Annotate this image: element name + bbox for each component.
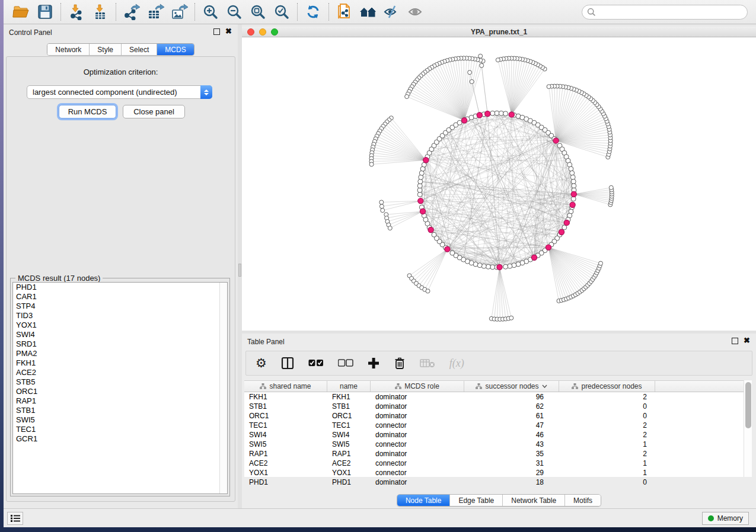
network-column-icon [572,383,578,389]
table-row[interactable]: RAP1RAP1dominator352 [244,449,752,459]
open-session-button[interactable] [9,2,33,22]
float-table-panel-icon[interactable] [732,338,738,344]
network-column-icon [476,383,482,389]
table-scrollbar[interactable] [744,380,752,477]
zoom-out-icon [226,4,243,20]
table-cell: connector [371,459,464,467]
network-canvas[interactable] [242,37,756,331]
tab-style[interactable]: Style [90,44,122,55]
share-network-document-button[interactable] [333,2,356,22]
main-toolbar [4,0,756,24]
search-icon [587,8,596,17]
memory-button[interactable]: Memory [702,512,749,525]
column-header-shared-name[interactable]: shared name [244,381,327,392]
close-panel-button[interactable]: Close panel [123,105,185,118]
column-header-predecessor-nodes[interactable]: predecessor nodes [559,381,655,392]
table-cell: RAP1 [244,450,327,458]
table-row[interactable]: YOX1YOX1connector291 [244,468,752,477]
export-table-button[interactable] [143,2,167,22]
splitter-grip[interactable] [238,264,241,277]
table-cell: 18 [464,478,559,486]
deselect-all-icon[interactable] [338,354,353,372]
table-row[interactable]: FKH1FKH1dominator962 [244,392,752,402]
task-history-button[interactable] [7,512,23,525]
table-row[interactable]: PHD1PHD1dominator180 [244,477,752,487]
close-table-panel-icon[interactable]: ✖ [744,336,750,344]
zoom-fit-button[interactable] [246,2,270,22]
zoom-in-icon [202,4,219,20]
table-scrollbar-thumb[interactable] [745,382,751,428]
column-view-icon[interactable] [281,354,294,372]
delete-column-trash-icon[interactable] [394,354,406,372]
tab-mcds[interactable]: MCDS [157,44,193,55]
network-graph[interactable] [242,37,756,331]
toolbar-search[interactable] [582,5,748,20]
add-column-icon[interactable] [368,354,379,372]
table-cell: 31 [464,459,559,467]
import-table-button[interactable] [88,2,112,22]
desktop-wallpaper: Control Panel ✖ NetworkStyleSelectMCDS O… [0,0,756,532]
table-row[interactable]: SWI4SWI4dominator462 [244,430,752,440]
table-row[interactable]: STB1STB1dominator620 [244,402,752,411]
zoom-in-button[interactable] [199,2,222,22]
table-row[interactable]: SWI5SWI5connector431 [244,440,752,449]
table-settings-gear-icon[interactable]: ⚙ [256,354,267,372]
mcds-result-item[interactable]: SRD1 [13,339,227,349]
table-panel-header: Table Panel ✖ [242,334,756,349]
show-panels-button[interactable] [404,2,428,22]
zoom-selected-button[interactable] [270,2,294,22]
close-panel-icon[interactable]: ✖ [225,27,232,35]
mcds-result-item[interactable]: ORC1 [13,387,227,396]
optimization-criterion-dropdown[interactable]: largest connected component (undirected) [27,85,212,99]
float-panel-icon[interactable] [213,28,220,35]
tab-edge-table[interactable]: Edge Table [450,495,503,506]
tab-network-table[interactable]: Network Table [503,495,565,506]
column-header-successor-nodes[interactable]: successor nodes [464,381,559,392]
column-header-name[interactable]: name [327,381,371,392]
table-row[interactable]: TEC1TEC1connector472 [244,421,752,430]
mcds-result-item[interactable]: RAP1 [13,396,227,406]
save-session-button[interactable] [33,2,57,22]
table-row[interactable]: ACE2ACE2connector311 [244,459,752,468]
table-cell: SWI5 [327,440,371,448]
mcds-result-item[interactable]: STP4 [13,302,227,311]
mcds-result-item[interactable]: CAR1 [13,292,227,302]
table-row[interactable]: ORC1ORC1dominator610 [244,411,752,421]
mcds-result-item[interactable]: SWI5 [13,415,227,425]
run-mcds-button[interactable]: Run MCDS [59,105,116,118]
mcds-result-item[interactable]: STB1 [13,406,227,415]
mcds-result-item[interactable]: SWI4 [13,330,227,339]
column-header-MCDS-role[interactable]: MCDS role [371,381,464,392]
table-cell: 1 [559,469,655,477]
export-image-button[interactable] [167,2,191,22]
mcds-result-item[interactable]: GCR1 [13,434,227,444]
table-cell: dominator [371,431,464,439]
mcds-result-item[interactable]: FKH1 [13,358,227,368]
mcds-result-item[interactable]: PMA2 [13,349,227,358]
refresh-button[interactable] [301,2,325,22]
tab-select[interactable]: Select [122,44,157,55]
mcds-result-item[interactable]: ACE2 [13,368,227,377]
home-networks-button[interactable] [356,2,380,22]
mcds-result-item[interactable]: YOX1 [13,321,227,330]
mcds-result-item[interactable]: TEC1 [13,425,227,434]
hide-panels-button[interactable] [380,2,404,22]
mcds-result-list[interactable]: PHD1CAR1STP4TID3YOX1SWI4SRD1PMA2FKH1ACE2… [12,282,228,494]
function-builder-icon: f(x) [449,354,464,372]
search-input[interactable] [596,7,747,18]
table-cell: 2 [559,421,655,430]
export-network-button[interactable] [120,2,143,22]
mcds-list-scrollbar[interactable] [219,283,227,493]
tab-motifs[interactable]: Motifs [565,495,601,506]
import-network-button[interactable] [65,2,88,22]
vertical-splitter[interactable] [238,24,242,508]
select-all-icon[interactable] [308,354,324,372]
mcds-result-item[interactable]: TID3 [13,311,227,321]
table-cell: 62 [464,402,559,411]
tab-network[interactable]: Network [47,44,90,55]
mcds-result-item[interactable]: STB5 [13,377,227,387]
tab-node-table[interactable]: Node Table [397,495,451,506]
zoom-out-button[interactable] [222,2,246,22]
mcds-result-item[interactable]: PHD1 [13,283,227,292]
table-cell: 96 [464,393,559,401]
